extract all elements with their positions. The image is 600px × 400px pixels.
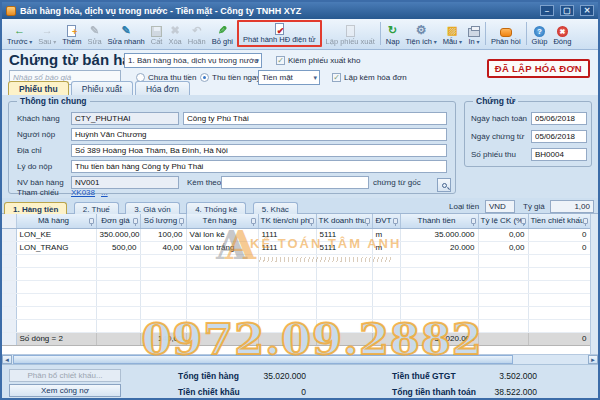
cell-name[interactable]: Vải lon trắng <box>186 241 258 254</box>
cell-tk-tien[interactable]: 1111 <box>258 228 316 241</box>
cell-amount[interactable]: 35.000.000 <box>400 228 478 241</box>
toolbar-button-sau[interactable]: Sau <box>35 20 59 47</box>
col-so-luong[interactable]: Số lượng <box>140 214 186 228</box>
col-don-gia[interactable]: Đơn giá <box>96 214 140 228</box>
cell-tk-doanh-thu[interactable]: 5111 <box>316 241 372 254</box>
filter-pin-icon[interactable] <box>133 218 138 224</box>
close-window-button[interactable]: ✕ <box>580 5 594 16</box>
tab-phieu-thu[interactable]: Phiếu thu <box>8 81 69 95</box>
cell-dvt[interactable]: m <box>372 241 400 254</box>
address-input[interactable] <box>71 144 447 157</box>
document-date-input[interactable] <box>531 130 587 143</box>
toolbar-button-mau[interactable]: Mẫu <box>440 20 465 47</box>
col-tien-chiet-khau[interactable]: Tiền chiết khấu <box>528 214 590 228</box>
toolbar-button-giup[interactable]: Giúp <box>529 20 551 47</box>
field-label: Ngày hạch toán <box>471 114 527 123</box>
filter-pin-icon[interactable] <box>251 218 256 224</box>
voucher-tabs: Phiếu thu Phiếu xuất Hóa đơn <box>8 81 190 95</box>
filter-pin-icon[interactable] <box>583 218 588 224</box>
item-grid: Mã hàng Đơn giá Số lượng Tên hàng TK tiề… <box>2 214 598 364</box>
cell-unit-price[interactable]: 350.000,00 <box>96 228 140 241</box>
reference-link[interactable]: XK038 <box>71 188 95 197</box>
toolbar-button-dong[interactable]: Đóng <box>550 20 574 47</box>
checkbox-kiem-phieu-xuat-kho[interactable]: Kiêm phiếu xuất kho <box>276 56 361 65</box>
col-ma-hang[interactable]: Mã hàng <box>16 214 96 228</box>
col-tk-doanh-thu[interactable]: TK doanh thu <box>316 214 372 228</box>
cell-ck-rate[interactable]: 0,00 <box>478 228 528 241</box>
customer-name-input[interactable] <box>183 112 447 125</box>
toolbar-button-in[interactable]: In <box>465 20 483 47</box>
cell-tk-tien[interactable]: 1111 <box>258 241 316 254</box>
filter-pin-icon[interactable] <box>393 218 398 224</box>
total-amount: 35.020.000 <box>400 332 478 345</box>
tab-phieu-xuat[interactable]: Phiếu xuất <box>71 81 133 95</box>
rate-input[interactable]: 1,00 <box>550 200 594 213</box>
toolbar-button-hoan[interactable]: Hoãn <box>185 20 209 47</box>
col-tk-tien[interactable]: TK tiền/chi phí <box>258 214 316 228</box>
toolbar-button-truoc[interactable]: Trước <box>4 20 35 47</box>
filter-pin-icon[interactable] <box>89 218 94 224</box>
cell-name[interactable]: Vải lon kẻ <box>186 228 258 241</box>
toolbar-button-them[interactable]: Thêm <box>59 20 84 47</box>
tab-hoa-don[interactable]: Hóa đơn <box>135 81 190 95</box>
vertical-scrollbar[interactable] <box>590 214 598 354</box>
col-ty-le-ck[interactable]: Tỷ lệ CK (%) <box>478 214 528 228</box>
horizontal-scrollbar[interactable]: ◄ ► <box>2 354 598 364</box>
table-row[interactable]: LON_KE 350.000,00 100,00 Vải lon kẻ 1111… <box>2 228 590 241</box>
payment-method-select[interactable]: Tiền mặt <box>258 70 320 85</box>
scroll-thumb[interactable] <box>13 355 513 364</box>
more-link[interactable]: ... <box>101 188 108 197</box>
filter-pin-icon[interactable] <box>179 218 184 224</box>
cell-tk-doanh-thu[interactable]: 5111 <box>316 228 372 241</box>
reason-input[interactable] <box>71 160 447 173</box>
toolbar-button-lap-phieu-xuat[interactable]: Lập phiếu xuất <box>323 20 378 47</box>
general-info-group: Thông tin chung Khách hàng Người nộp Địa… <box>8 101 456 194</box>
lookup-button[interactable] <box>437 178 451 192</box>
toolbar-button-phat-hanh-hd-dien-tu[interactable]: Phát hành HĐ điện tử <box>240 22 319 45</box>
radio-thu-tien-ngay[interactable]: Thu tiền ngay <box>200 73 260 82</box>
cell-dvt[interactable]: m <box>372 228 400 241</box>
table-row[interactable]: LON_TRANG 500,00 40,00 Vải lon trắng 111… <box>2 241 590 254</box>
customer-code-input[interactable] <box>71 112 179 125</box>
attachment-input[interactable] <box>221 176 369 189</box>
currency-select[interactable]: VND <box>485 200 515 213</box>
arrow-left-icon <box>14 24 25 37</box>
col-dvt[interactable]: ĐVT <box>372 214 400 228</box>
cell-code[interactable]: LON_KE <box>16 228 96 241</box>
col-thanh-tien[interactable]: Thành tiền <box>400 214 478 228</box>
cell-unit-price[interactable]: 500,00 <box>96 241 140 254</box>
toolbar-button-sua[interactable]: Sửa <box>84 20 104 47</box>
cell-ck-amount[interactable]: 0 <box>528 228 590 241</box>
doc-type-select[interactable]: 1. Bán hàng hóa, dịch vụ trong nước <box>124 53 262 68</box>
cell-amount[interactable]: 20.000 <box>400 241 478 254</box>
cell-qty[interactable]: 100,00 <box>140 228 186 241</box>
toolbar-button-tien-ich[interactable]: Tiện ích <box>403 20 440 47</box>
view-debt-button[interactable]: Xem công nợ <box>9 384 121 397</box>
col-ten-hang[interactable]: Tên hàng <box>186 214 258 228</box>
receipt-number-input[interactable] <box>531 148 587 161</box>
payer-input[interactable] <box>71 128 447 141</box>
toolbar-button-bo-ghi[interactable]: Bỏ ghi <box>209 20 236 47</box>
allocate-discount-button[interactable]: Phân bổ chiết khấu... <box>9 369 121 382</box>
total-qty: 140,00 <box>140 332 186 345</box>
posting-date-input[interactable] <box>531 112 587 125</box>
toolbar-button-xoa[interactable]: Xóa <box>165 20 184 47</box>
scroll-right-arrow[interactable]: ► <box>588 355 598 364</box>
filter-pin-icon[interactable] <box>365 218 370 224</box>
checkbox-lap-kem-hoa-don[interactable]: Lập kèm hóa đơn <box>332 73 407 82</box>
cell-ck-amount[interactable]: 0 <box>528 241 590 254</box>
maximize-button[interactable]: ▢ <box>560 5 574 16</box>
toolbar-button-phan-hoi[interactable]: Phản hồi <box>488 20 524 47</box>
filter-pin-icon[interactable] <box>309 218 314 224</box>
toolbar-button-cat[interactable]: Cất <box>148 20 166 47</box>
cell-ck-rate[interactable]: 0,00 <box>478 241 528 254</box>
scroll-left-arrow[interactable]: ◄ <box>2 355 12 364</box>
filter-pin-icon[interactable] <box>521 218 526 224</box>
cell-qty[interactable]: 40,00 <box>140 241 186 254</box>
toolbar-button-nap[interactable]: Nạp <box>383 20 403 47</box>
cell-code[interactable]: LON_TRANG <box>16 241 96 254</box>
close-icon <box>557 26 568 37</box>
filter-pin-icon[interactable] <box>471 218 476 224</box>
toolbar-button-sua-nhanh[interactable]: Sửa nhanh <box>105 20 148 47</box>
minimize-button[interactable]: – <box>540 5 554 16</box>
